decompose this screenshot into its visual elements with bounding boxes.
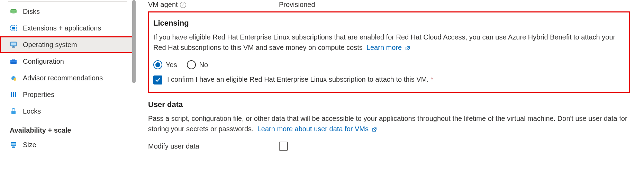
scrollbar[interactable] xyxy=(132,0,136,83)
svg-rect-10 xyxy=(12,59,15,60)
modify-user-data-row: Modify user data xyxy=(148,142,630,151)
svg-point-11 xyxy=(13,78,16,81)
sidebar-item-label: Extensions + applications xyxy=(23,24,101,32)
licensing-learn-more-link[interactable]: Learn more xyxy=(366,44,410,51)
monitor-icon xyxy=(10,41,17,48)
toolbox-icon xyxy=(10,57,17,65)
radio-checked-icon xyxy=(153,60,162,69)
vm-agent-value: Provisioned xyxy=(279,1,315,9)
licensing-radio-yes[interactable]: Yes xyxy=(153,60,177,69)
user-data-section: User data Pass a script, configuration f… xyxy=(148,100,630,151)
licensing-confirm-text: I confirm I have an eligible Red Hat Ent… xyxy=(167,75,429,83)
divider xyxy=(8,1,127,2)
sidebar-item-label: Advisor recommendations xyxy=(23,74,103,82)
radio-unchecked-icon xyxy=(187,60,196,69)
sidebar-item-label: Operating system xyxy=(23,41,77,49)
modify-user-data-label: Modify user data xyxy=(148,142,279,150)
sidebar-item-label: Configuration xyxy=(23,57,64,65)
svg-rect-17 xyxy=(11,143,16,145)
sidebar-item-label: Disks xyxy=(23,8,40,16)
sidebar-item-operating-system[interactable]: Operating system xyxy=(0,36,136,53)
disks-icon xyxy=(10,8,17,15)
svg-rect-3 xyxy=(12,27,15,29)
radio-label-no: No xyxy=(199,61,208,69)
sidebar-item-disks[interactable]: Disks xyxy=(0,3,136,20)
info-icon[interactable]: i xyxy=(180,2,186,8)
sidebar: Disks Extensions + applications Operatin… xyxy=(0,0,136,187)
sidebar-item-locks[interactable]: Locks xyxy=(0,103,136,119)
checkbox-checked-icon xyxy=(153,75,162,84)
sidebar-item-properties[interactable]: Properties xyxy=(0,86,136,103)
licensing-radio-group: Yes No xyxy=(153,60,624,69)
svg-rect-6 xyxy=(12,46,15,47)
extensions-icon xyxy=(10,24,17,32)
advisor-icon xyxy=(10,74,17,82)
external-link-icon xyxy=(403,44,410,51)
sidebar-item-label: Locks xyxy=(23,107,41,115)
required-asterisk: * xyxy=(431,75,434,83)
sidebar-item-label: Size xyxy=(23,141,36,149)
user-data-learn-more-link[interactable]: Learn more about user data for VMs xyxy=(257,125,377,133)
svg-rect-12 xyxy=(11,92,12,97)
licensing-confirm-row[interactable]: I confirm I have an eligible Red Hat Ent… xyxy=(153,75,624,84)
licensing-title: Licensing xyxy=(153,19,624,28)
sidebar-item-extensions[interactable]: Extensions + applications xyxy=(0,20,136,36)
svg-rect-7 xyxy=(12,47,15,48)
svg-rect-14 xyxy=(15,92,16,97)
svg-rect-19 xyxy=(12,147,15,148)
lock-icon xyxy=(10,107,17,115)
user-data-description-text: Pass a script, configuration file, or ot… xyxy=(148,115,627,133)
sidebar-item-configuration[interactable]: Configuration xyxy=(0,53,136,70)
svg-rect-13 xyxy=(13,92,14,97)
modify-user-data-checkbox[interactable] xyxy=(279,142,288,151)
vm-agent-label: VM agent xyxy=(148,1,178,9)
sidebar-section-availability-scale: Availability + scale xyxy=(0,119,136,136)
licensing-radio-no[interactable]: No xyxy=(187,60,208,69)
user-data-title: User data xyxy=(148,100,630,109)
sidebar-item-size[interactable]: Size xyxy=(0,136,136,153)
link-text: Learn more xyxy=(366,44,402,51)
sidebar-item-advisor[interactable]: Advisor recommendations xyxy=(0,70,136,86)
user-data-description: Pass a script, configuration file, or ot… xyxy=(148,113,630,134)
size-icon xyxy=(10,141,17,149)
svg-rect-15 xyxy=(11,111,16,114)
external-link-icon xyxy=(370,125,377,133)
properties-icon xyxy=(10,91,17,98)
vm-agent-key: VM agent i xyxy=(148,1,279,9)
licensing-section: Licensing If you have eligible Red Hat E… xyxy=(148,11,630,93)
vm-agent-row: VM agent i Provisioned xyxy=(148,1,630,9)
radio-label-yes: Yes xyxy=(166,61,177,69)
main-content: VM agent i Provisioned Licensing If you … xyxy=(136,0,644,187)
link-text: Learn more about user data for VMs xyxy=(257,125,369,133)
licensing-confirm-label: I confirm I have an eligible Red Hat Ent… xyxy=(167,75,433,83)
svg-rect-18 xyxy=(12,146,15,147)
svg-rect-5 xyxy=(11,43,16,45)
sidebar-item-label: Properties xyxy=(23,91,54,99)
licensing-description: If you have eligible Red Hat Enterprise … xyxy=(153,32,624,53)
